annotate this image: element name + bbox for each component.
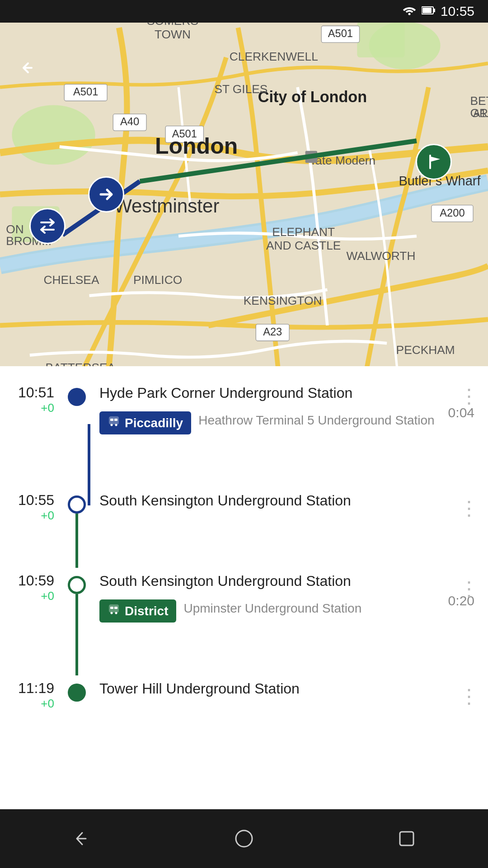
svg-text:London: London [155,133,238,159]
svg-rect-60 [114,607,117,609]
content-col-4: Tower Hill Underground Station [90,680,474,697]
time-col-2: 10:55 +0 [14,492,63,523]
svg-point-57 [111,612,113,614]
back-button[interactable] [18,59,36,81]
content-col-2: South Kensington Underground Station [90,492,474,509]
svg-text:A501: A501 [73,86,98,98]
svg-text:KENSINGTON: KENSINGTON [244,294,322,307]
itinerary-item-4: 11:19 +0 Tower Hill Underground Station … [0,675,488,720]
piccadilly-train-icon [108,415,120,431]
stop-dot-2 [68,495,86,514]
destination-marker [416,144,452,180]
status-bar: 10:55 [0,0,488,23]
svg-point-52 [111,424,113,426]
status-time: 10:55 [441,4,474,19]
piccadilly-tag: Piccadilly [99,411,191,434]
svg-text:TOWN: TOWN [155,28,191,41]
svg-point-61 [236,830,252,847]
svg-point-58 [115,612,117,614]
more-button-2[interactable]: ⋮ [459,496,479,519]
svg-text:ELEPHANT: ELEPHANT [272,225,335,239]
time-3: 10:59 [14,572,54,589]
station-name-1: Hyde Park Corner Underground Station [99,384,474,401]
offset-1: +0 [14,401,54,415]
svg-text:Westminster: Westminster [114,195,219,217]
district-label: District [125,604,168,618]
more-button-4[interactable]: ⋮ [459,684,479,708]
status-icons: 10:55 [403,4,474,19]
time-col-1: 10:51 +0 [14,384,63,415]
content-col-1: Hyde Park Corner Underground Station Pic… [90,384,474,434]
time-4: 11:19 [14,680,54,697]
station-name-3: South Kensington Underground Station [99,572,474,590]
nav-back-button[interactable] [70,827,93,850]
svg-text:AND CASTLE: AND CASTLE [266,239,341,252]
stop-dot-3 [68,576,86,594]
svg-text:PIMLICO: PIMLICO [133,273,182,287]
svg-text:A200: A200 [440,207,465,219]
svg-text:PECKHAM: PECKHAM [396,343,455,357]
offset-4: +0 [14,697,54,711]
svg-text:A501: A501 [328,28,353,39]
svg-text:CHELSEA: CHELSEA [44,273,99,287]
time-col-4: 11:19 +0 [14,680,63,711]
dot-col-1 [63,384,90,487]
svg-rect-62 [400,832,413,845]
stop-dot-1 [68,388,86,406]
svg-text:A23: A23 [263,326,282,338]
svg-text:ST GILES: ST GILES [214,82,267,96]
station-name-2: South Kensington Underground Station [99,492,474,509]
piccadilly-destination: Heathrow Terminal 5 Underground Station [198,413,434,428]
transport-row-1: Piccadilly Heathrow Terminal 5 Undergrou… [99,406,474,434]
nav-recents-button[interactable] [395,827,418,850]
offset-2: +0 [14,509,54,523]
svg-rect-55 [114,419,117,421]
dot-col-3 [63,572,90,675]
station-name-4: Tower Hill Underground Station [99,680,474,697]
dot-col-4 [63,680,90,702]
svg-rect-59 [110,607,113,609]
origin-marker[interactable] [29,208,66,244]
offset-3: +0 [14,589,54,603]
nav-home-button[interactable] [233,827,255,850]
svg-point-5 [12,105,95,165]
mid-marker [88,176,124,212]
district-train-icon [108,603,120,619]
stop-dot-4 [68,684,86,702]
dot-col-2 [63,492,90,568]
wifi-icon [403,5,416,18]
svg-text:BATTERSEA: BATTERSEA [46,361,116,366]
svg-rect-8 [357,23,404,57]
svg-point-53 [115,424,117,426]
svg-rect-3 [422,8,432,13]
map-area[interactable]: A501 A501 A40 A501 A23 A200 A3036 A3 SOM… [0,23,488,366]
svg-text:A1...: A1... [473,108,488,119]
time-1: 10:51 [14,384,54,401]
svg-text:City of London: City of London [258,88,367,105]
svg-point-0 [408,13,410,15]
more-button-3[interactable]: ⋮ [459,577,479,600]
district-tag: District [99,599,176,623]
more-button-1[interactable]: ⋮ [459,384,479,407]
time-2: 10:55 [14,492,54,509]
content-col-3: South Kensington Underground Station Dis… [90,572,474,623]
svg-rect-2 [433,9,435,12]
piccadilly-label: Piccadilly [125,416,183,430]
svg-rect-54 [110,419,113,421]
svg-text:SOMERS: SOMERS [147,23,198,28]
itinerary-item-3: 10:59 +0 South Kensington Underground St… [0,568,488,675]
itinerary-item-2: 10:55 +0 South Kensington Underground St… [0,487,488,568]
district-destination: Upminster Underground Station [183,601,361,616]
svg-text:CLERKENWELL: CLERKENWELL [230,50,318,63]
battery-icon [422,5,435,18]
svg-text:WALWORTH: WALWORTH [346,249,415,263]
bottom-nav [0,809,488,868]
itinerary-item-1: 10:51 +0 Hyde Park Corner Underground St… [0,375,488,487]
svg-text:A40: A40 [120,116,139,127]
transport-row-3: District Upminster Underground Station 0… [99,594,474,623]
time-col-3: 10:59 +0 [14,572,63,603]
itinerary-list: 10:51 +0 Hyde Park Corner Underground St… [0,366,488,809]
